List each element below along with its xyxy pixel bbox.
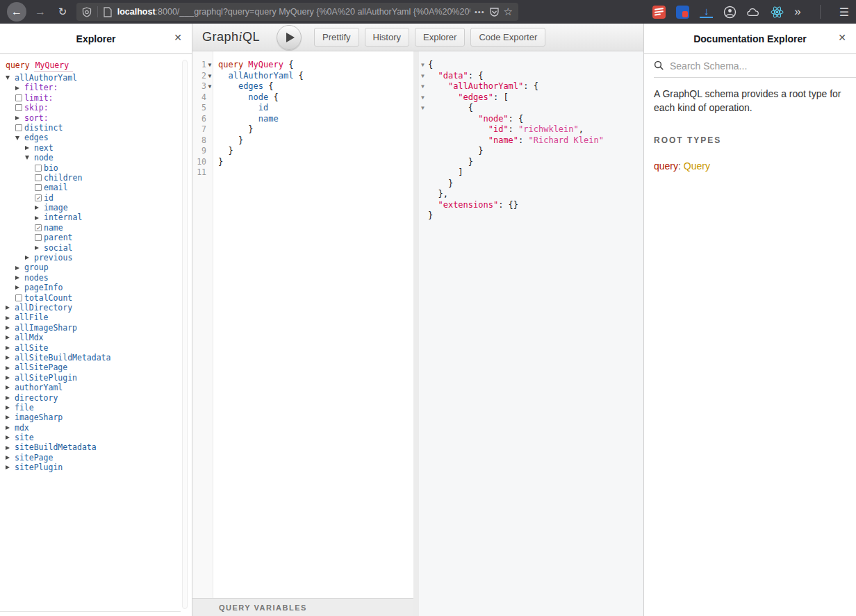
unchecked-checkbox[interactable] — [15, 124, 24, 131]
expand-arrow-icon[interactable] — [6, 415, 15, 419]
explorer-close-icon[interactable]: ✕ — [174, 32, 182, 43]
expand-arrow-icon[interactable] — [6, 346, 15, 350]
expand-arrow-icon[interactable] — [25, 146, 34, 150]
unchecked-checkbox[interactable] — [35, 234, 44, 241]
cloud-icon[interactable] — [747, 6, 760, 19]
explorer-tree-item[interactable]: group — [6, 263, 178, 272]
explorer-tree-item[interactable]: allAuthorYaml — [6, 73, 178, 83]
collapse-arrow-icon[interactable] — [15, 136, 24, 140]
downloads-icon[interactable]: ↓ — [700, 6, 713, 18]
url-text[interactable]: localhost:8000/___graphql?query=query My… — [117, 7, 470, 17]
expand-arrow-icon[interactable] — [35, 246, 44, 250]
explorer-tree-item[interactable]: directory — [6, 393, 178, 403]
explorer-tree-item[interactable]: site — [6, 433, 178, 442]
explorer-tree-item[interactable]: allSitePlugin — [6, 373, 178, 383]
expand-arrow-icon[interactable] — [15, 116, 24, 120]
checked-checkbox[interactable]: ✓ — [35, 194, 44, 201]
explorer-tree-item[interactable]: filter: — [6, 83, 178, 92]
fold-arrow-icon[interactable]: ▼ — [206, 60, 213, 71]
explorer-tree-item[interactable]: allImageSharp — [6, 323, 178, 333]
expand-arrow-icon[interactable] — [15, 266, 24, 270]
explorer-tree-item[interactable]: distinct — [6, 123, 178, 133]
explorer-tree-item[interactable]: pageInfo — [6, 283, 178, 292]
explorer-tree-item[interactable]: image — [6, 203, 178, 213]
collapse-arrow-icon[interactable] — [25, 156, 34, 160]
explorer-tree-item[interactable]: allDirectory — [6, 303, 178, 313]
menu-icon[interactable]: ☰ — [839, 6, 849, 19]
explorer-tree-item[interactable]: email — [6, 183, 178, 192]
toolbar-button-prettify[interactable]: Prettify — [314, 28, 359, 47]
explorer-tree-item[interactable]: imageSharp — [6, 413, 178, 422]
expand-arrow-icon[interactable] — [6, 376, 15, 380]
doc-explorer-close-icon[interactable]: ✕ — [838, 32, 846, 43]
execute-button[interactable] — [277, 25, 302, 50]
editor-line[interactable]: 4 node { — [192, 92, 413, 103]
unchecked-checkbox[interactable] — [35, 184, 44, 191]
reload-button[interactable]: ↻ — [53, 2, 72, 22]
operation-name-input[interactable]: MyQuery — [34, 60, 73, 72]
expand-arrow-icon[interactable] — [6, 465, 15, 469]
editor-line[interactable]: 9 } — [192, 146, 413, 157]
editor-line[interactable]: 2▼ allAuthorYaml { — [192, 71, 413, 82]
react-devtools-icon[interactable] — [771, 6, 784, 19]
explorer-tree-item[interactable]: allMdx — [6, 333, 178, 342]
pane-resizer[interactable] — [413, 51, 419, 616]
editor-line[interactable]: 11 — [192, 167, 413, 178]
unchecked-checkbox[interactable] — [15, 294, 24, 301]
fold-arrow-icon[interactable]: ▼ — [419, 60, 427, 71]
query-type-link[interactable]: Query — [684, 160, 710, 172]
explorer-tree-item[interactable]: mdx — [6, 423, 178, 433]
fold-arrow-icon[interactable]: ▼ — [206, 81, 213, 92]
root-query-keyword-link[interactable]: query — [654, 160, 678, 172]
query-variables-bar[interactable]: QUERY VARIABLES — [192, 598, 413, 616]
checked-checkbox[interactable]: ✓ — [35, 224, 44, 231]
toolbar-button-history[interactable]: History — [365, 28, 409, 47]
fold-arrow-icon[interactable]: ▼ — [419, 81, 427, 92]
unchecked-checkbox[interactable] — [35, 174, 44, 181]
explorer-tree-item[interactable]: authorYaml — [6, 383, 178, 392]
editor-line[interactable]: 6 name — [192, 114, 413, 125]
fold-arrow-icon[interactable]: ▼ — [419, 92, 427, 103]
explorer-tree-item[interactable]: internal — [6, 213, 178, 222]
explorer-tree-item[interactable]: children — [6, 173, 178, 183]
toolbar-button-code-exporter[interactable]: Code Exporter — [470, 28, 545, 47]
explorer-tree-item[interactable]: allSite — [6, 343, 178, 353]
unchecked-checkbox[interactable] — [35, 165, 44, 172]
bookmark-star-icon[interactable]: ☆ — [504, 6, 513, 18]
editor-line[interactable]: 8 } — [192, 135, 413, 147]
toolbar-button-explorer[interactable]: Explorer — [415, 28, 465, 47]
explorer-tree-item[interactable]: sort: — [6, 113, 178, 123]
fold-arrow-icon[interactable]: ▼ — [419, 103, 427, 114]
pocket-icon[interactable] — [489, 7, 500, 17]
query-editor[interactable]: 1▼query MyQuery {2▼ allAuthorYaml {3▼ ed… — [192, 51, 413, 598]
unchecked-checkbox[interactable] — [15, 94, 24, 101]
expand-arrow-icon[interactable] — [35, 216, 44, 220]
editor-line[interactable]: 7 } — [192, 124, 413, 135]
tracking-shield-icon[interactable] — [82, 7, 92, 17]
expand-arrow-icon[interactable] — [6, 396, 15, 400]
collapse-arrow-icon[interactable] — [6, 76, 15, 80]
schema-search-box[interactable]: Search Schema... — [654, 54, 856, 78]
explorer-tree-item[interactable]: totalCount — [6, 293, 178, 303]
editor-line[interactable]: 5 id — [192, 103, 413, 114]
explorer-tree-item[interactable]: ✓id — [6, 193, 178, 203]
unchecked-checkbox[interactable] — [15, 104, 24, 111]
expand-arrow-icon[interactable] — [25, 256, 34, 260]
explorer-tree-item[interactable]: parent — [6, 233, 178, 242]
expand-arrow-icon[interactable] — [15, 86, 24, 90]
password-manager-extension-icon[interactable] — [676, 6, 689, 19]
expand-arrow-icon[interactable] — [6, 366, 15, 370]
editor-line[interactable]: 1▼query MyQuery { — [192, 60, 413, 71]
explorer-tree-item[interactable]: allSiteBuildMetadata — [6, 353, 178, 363]
expand-arrow-icon[interactable] — [6, 306, 15, 310]
expand-arrow-icon[interactable] — [35, 206, 44, 210]
explorer-tree-item[interactable]: social — [6, 243, 178, 253]
explorer-tree-item[interactable]: ✓name — [6, 223, 178, 233]
fold-arrow-icon[interactable]: ▼ — [206, 71, 213, 82]
explorer-tree-item[interactable]: skip: — [6, 103, 178, 113]
explorer-tree-item[interactable]: sitePage — [6, 453, 178, 463]
todoist-extension-icon[interactable] — [652, 6, 666, 19]
explorer-scrollbar[interactable] — [182, 60, 188, 609]
expand-arrow-icon[interactable] — [6, 385, 15, 390]
explorer-tree-item[interactable]: limit: — [6, 93, 178, 103]
